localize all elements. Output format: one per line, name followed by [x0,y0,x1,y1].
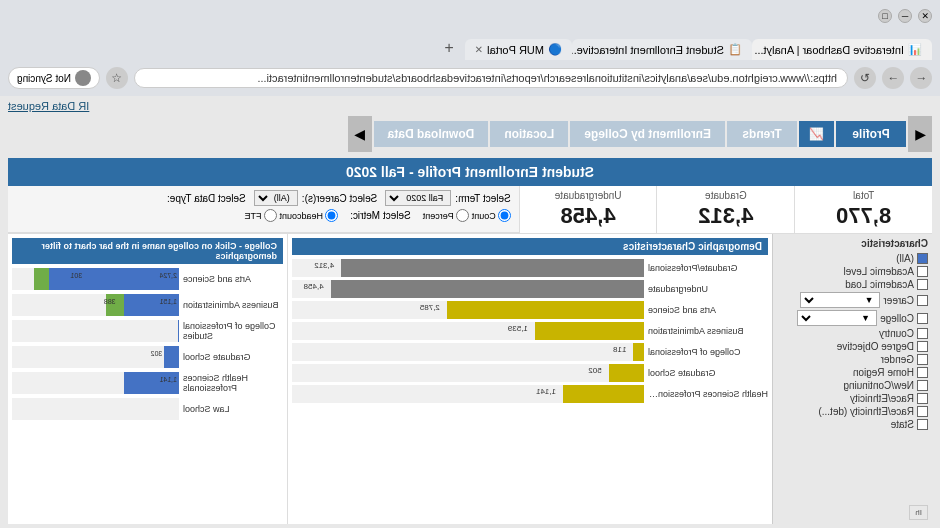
bar-value-6: 1,141 [536,387,556,396]
filter-career-select[interactable]: ▼ [800,292,880,308]
filter-college-label: College [880,313,914,324]
bar-fill-2 [447,301,644,319]
filter-country-checkbox[interactable] [917,328,928,339]
stat-total-value: 8,770 [799,203,928,229]
select-metric-group: Select Metric: [350,210,411,221]
bar-row-4: College of Professional 118 [292,343,768,361]
bar-value-2: 2,785 [420,303,440,312]
tab-interactive-dashboard[interactable]: 📊 Interactive Dashboar | Analyt... ✕ [752,39,932,60]
right-bar-row-3: Graduate School 302 [12,346,283,368]
sidebar: Characteristic (All) Academic Level Acad… [772,234,932,524]
data-type-radio-group: Count Percent [423,209,511,222]
maximize-button[interactable]: □ [878,9,892,23]
nav-next-button[interactable]: ▶ [348,116,372,152]
tab-download[interactable]: Download Data [374,121,489,147]
tab-mur-portal[interactable]: 🔵 MUR Portal ✕ [465,39,572,60]
filter-state-checkbox[interactable] [917,419,928,430]
filter-college-checkbox[interactable] [917,313,928,324]
radio-headcount-input[interactable] [325,209,338,222]
tab-enrollment-college[interactable]: Enrollment by College [570,121,725,147]
bar-container-6[interactable]: 1,141 [292,385,644,403]
filter-state: State [777,419,928,430]
tab-profile[interactable]: Profile [836,121,906,147]
right-bar-container-2[interactable] [12,320,179,342]
right-bar-seg1-3 [164,346,179,368]
filter-career-checkbox[interactable] [917,295,928,306]
url-input[interactable]: https://www.creighton.edu/sea/analytics/… [134,68,848,88]
tab-student-enrollment[interactable]: 📋 Student Enrollment Interactive... ✕ [572,39,752,60]
radio-count[interactable]: Count [472,209,511,222]
filter-degree-checkbox[interactable] [917,341,928,352]
filter-new-continuing: New/Continuing [777,380,928,391]
right-bar-container-3[interactable]: 302 [12,346,179,368]
bar-value-4: 118 [613,345,626,354]
radio-headcount[interactable]: Headcount [280,209,339,222]
bar-fill-4 [633,343,644,361]
right-bar-label-3: Graduate School [183,352,283,362]
nav-tabs: ◀ Profile 📈 Trends Enrollment by College… [8,116,932,152]
radio-fte[interactable]: FTE [245,209,277,222]
forward-button[interactable]: → [882,67,904,89]
radio-fte-label: FTE [245,211,262,221]
right-bar-container-0[interactable]: 2,724 301 [12,268,179,290]
sidebar-title: Characteristic [777,238,928,249]
select-career-dropdown[interactable]: (All) [254,190,298,206]
bar-container-4[interactable]: 118 [292,343,644,361]
bar-container-1[interactable]: 4,458 [292,280,644,298]
radio-count-input[interactable] [498,209,511,222]
reload-button[interactable]: ↻ [854,67,876,89]
bar-container-2[interactable]: 2,785 [292,301,644,319]
bar-container-5[interactable]: 502 [292,364,644,382]
filter-race-det-checkbox[interactable] [917,406,928,417]
new-tab-button[interactable]: + [437,36,461,60]
right-bar-container-4[interactable]: 1,141 [12,372,179,394]
radio-percent[interactable]: Percent [423,209,469,222]
bar-fill-5 [609,364,644,382]
tab-trends-icon[interactable]: 📈 [799,121,834,147]
filter-race-ethnicity: Race/Ethnicity [777,393,928,404]
tab-close-icon3[interactable]: ✕ [475,44,483,55]
minimize-button[interactable]: ─ [898,9,912,23]
select-term-group: Select Term: Fall 2020 [385,190,510,206]
tab-trends[interactable]: Trends [727,121,797,147]
stat-total-label: Total [799,190,928,201]
filter-gender-checkbox[interactable] [917,354,928,365]
filter-home-region-checkbox[interactable] [917,367,928,378]
filter-academic-level-checkbox[interactable] [917,266,928,277]
back-button[interactable]: ← [910,67,932,89]
bar-container-0[interactable]: 4,312 [292,259,644,277]
filter-gender: Gender [777,354,928,365]
bar-row-2: Arts and Science 2,785 [292,301,768,319]
filter-race-checkbox[interactable] [917,393,928,404]
right-bar-row-0: Arts and Science 2,724 301 [12,268,283,290]
filter-academic-load-checkbox[interactable] [917,279,928,290]
filter-gender-label: Gender [881,354,914,365]
right-bar-row-1: Business Administration 1,151 388 [12,294,283,316]
metric-radio-group: Headcount FTE [245,209,339,222]
tab-location[interactable]: Location [490,121,568,147]
ir-data-request-link[interactable]: IR Data Request [8,100,932,112]
filter-new-continuing-checkbox[interactable] [917,380,928,391]
address-bar: ← → ↻ https://www.creighton.edu/sea/anal… [0,60,940,96]
close-button[interactable]: ✕ [918,9,932,23]
profile-button[interactable]: Not Syncing [8,67,100,89]
bar-container-3[interactable]: 1,539 [292,322,644,340]
nav-prev-button[interactable]: ◀ [908,116,932,152]
bookmark-button[interactable]: ☆ [106,67,128,89]
radio-percent-input[interactable] [456,209,469,222]
radio-fte-input[interactable] [264,209,277,222]
select-term-label: Select Term: [455,193,510,204]
tab-favicon3: 🔵 [548,43,562,56]
right-chart-title: College - Click on college name in the b… [12,238,283,264]
select-term-dropdown[interactable]: Fall 2020 [385,190,451,206]
right-bar-row-4: Health Sciences Professionals 1,141 [12,372,283,394]
filter-home-region-label: Home Region [853,367,914,378]
right-bar-container-1[interactable]: 1,151 388 [12,294,179,316]
right-bar-val1-3: 302 [151,350,163,357]
window-controls: ✕ ─ □ [878,9,932,23]
filter-college-select[interactable]: ▼ [797,310,877,326]
bar-fill-6 [563,385,644,403]
filter-all-checkbox[interactable] [917,253,928,264]
select-data-type-group: Select Data Type: [167,193,246,204]
right-bar-container-5[interactable] [12,398,179,420]
